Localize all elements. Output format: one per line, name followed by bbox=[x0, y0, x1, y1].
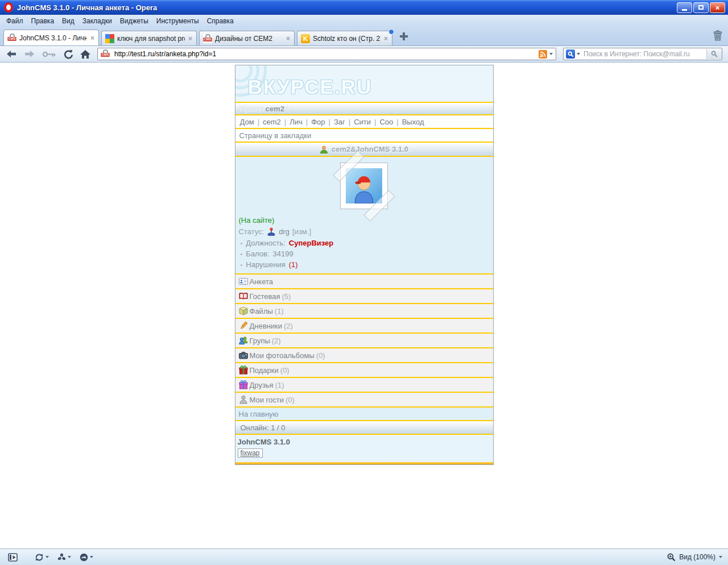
profile-menu-item-gifts[interactable]: Подарки (0) bbox=[235, 363, 493, 378]
menu-help[interactable]: Справка bbox=[203, 16, 238, 26]
sync-button[interactable] bbox=[32, 552, 51, 563]
window-title: JohnCMS 3.1.0 - Личная анкета - Opera bbox=[17, 3, 677, 12]
turbo-button[interactable] bbox=[77, 552, 96, 563]
tab-close-icon[interactable]: × bbox=[90, 34, 95, 42]
panels-toggle-button[interactable] bbox=[6, 552, 20, 563]
close-icon: × bbox=[715, 4, 720, 11]
tab-cem2-designs[interactable]: CMS Дизайны от CEM2 × bbox=[199, 31, 295, 45]
forward-button[interactable] bbox=[24, 50, 35, 58]
profile-menu-item-files[interactable]: Файлы(1) bbox=[235, 304, 493, 319]
status-value[interactable]: drg bbox=[279, 227, 289, 236]
avatar bbox=[340, 163, 388, 209]
tab-close-icon[interactable]: × bbox=[188, 35, 193, 43]
profile-menu-item-guestbook[interactable]: Гостевая (5) bbox=[235, 289, 493, 304]
greeting-text: Привет bbox=[239, 105, 264, 113]
menu-edit[interactable]: Правка bbox=[27, 16, 59, 26]
menu-bar: Файл Правка Вид Закладки Виджеты Инструм… bbox=[0, 15, 728, 27]
search-submit-button[interactable] bbox=[706, 49, 722, 59]
profile-menu-item-diaries[interactable]: Дневники (2) bbox=[235, 319, 493, 334]
new-tab-button[interactable] bbox=[398, 31, 410, 42]
greeting-bar: Привет cem2 ! bbox=[235, 103, 493, 114]
menu-view[interactable]: Вид bbox=[58, 16, 78, 26]
search-engine-icon bbox=[566, 49, 575, 59]
tab-close-icon[interactable]: × bbox=[383, 35, 388, 43]
position-value: СуперВизер bbox=[289, 239, 333, 247]
profile-info-section: (На сайте) Статус: drg [изм.] Должность:… bbox=[235, 157, 493, 273]
sync-caret-icon bbox=[46, 556, 49, 558]
url-field[interactable]: CMS bbox=[97, 48, 556, 60]
closed-tabs-trash-button[interactable] bbox=[711, 29, 725, 44]
k-favicon: K bbox=[301, 34, 310, 43]
menu-tools[interactable]: Инструменты bbox=[152, 16, 203, 26]
friends-gift-icon bbox=[239, 380, 248, 389]
tab-label: Schtolz кто он (Стр. 2)... bbox=[313, 35, 380, 43]
detail-violations[interactable]: Нарушения (1) bbox=[235, 259, 493, 270]
maximize-icon bbox=[698, 5, 704, 10]
nav-link-home[interactable]: Дом bbox=[238, 118, 257, 126]
cms-favicon: CMS bbox=[203, 34, 212, 43]
unite-caret-icon bbox=[68, 556, 71, 558]
zoom-control[interactable]: Вид (100%) bbox=[667, 553, 722, 562]
rewind-button[interactable] bbox=[42, 51, 56, 58]
tab-label: Дизайны от CEM2 bbox=[215, 35, 283, 43]
menu-file[interactable]: Файл bbox=[2, 16, 27, 26]
reload-button[interactable] bbox=[63, 49, 73, 59]
nav-link-soo[interactable]: Соо bbox=[377, 118, 395, 126]
points-value: 34199 bbox=[273, 250, 293, 258]
nav-link-zag[interactable]: Заг bbox=[332, 118, 348, 126]
status-edit-link[interactable]: [изм.] bbox=[292, 227, 311, 236]
profile-menu-item-groups[interactable]: Групы (2) bbox=[235, 334, 493, 348]
bookmark-link[interactable]: Страницу в закладки bbox=[235, 129, 493, 142]
search-engine-caret-icon bbox=[577, 53, 580, 55]
nav-link-forum[interactable]: Фор bbox=[309, 118, 327, 126]
tab-label: ключ для snapshot pro... bbox=[117, 35, 185, 43]
detail-position: Должность: СуперВизер bbox=[235, 238, 493, 248]
search-engine-button[interactable] bbox=[564, 49, 582, 59]
nav-link-profile[interactable]: cem2 bbox=[260, 118, 283, 126]
profile-menu-item-guests[interactable]: Мои гости (0) bbox=[235, 393, 493, 408]
home-link[interactable]: На главную bbox=[235, 408, 493, 420]
page-viewport: ВКУРСЕ.RU Привет cem2 ! Дом| cem2| Лич| … bbox=[0, 63, 728, 549]
profile-header: cem2&JohnCMS 3.1.0 bbox=[235, 143, 493, 156]
zoom-magnifier-icon bbox=[667, 553, 676, 562]
guest-icon bbox=[239, 395, 248, 404]
user-icon bbox=[320, 146, 328, 153]
maximize-button[interactable] bbox=[693, 2, 709, 13]
zoom-caret-icon bbox=[719, 556, 722, 558]
detail-points: Балов: 34199 bbox=[235, 248, 493, 259]
menu-widgets[interactable]: Виджеты bbox=[116, 16, 152, 26]
tab-close-icon[interactable]: × bbox=[286, 35, 291, 43]
zoom-label: Вид (100%) bbox=[679, 553, 715, 561]
profile-menu-item-photoalbums[interactable]: Мои фотоальбомы (0) bbox=[235, 348, 493, 363]
search-field[interactable] bbox=[563, 48, 722, 60]
key-icon bbox=[42, 51, 56, 58]
sync-icon bbox=[35, 553, 44, 562]
google-favicon bbox=[105, 34, 114, 43]
tab-johncms-profile[interactable]: CMS JohnCMS 3.1.0 - Лична... × bbox=[3, 30, 99, 45]
search-input[interactable] bbox=[582, 49, 706, 59]
greeting-username: cem2 bbox=[264, 105, 286, 113]
nav-link-lich[interactable]: Лич bbox=[287, 118, 305, 126]
reload-icon bbox=[63, 49, 73, 59]
profile-menu-item-friends[interactable]: Друзья (1) bbox=[235, 378, 493, 393]
opera-window: JohnCMS 3.1.0 - Личная анкета - Opera × … bbox=[0, 0, 728, 565]
back-button[interactable] bbox=[6, 50, 17, 58]
tab-schtolz[interactable]: K Schtolz кто он (Стр. 2)... × bbox=[297, 31, 392, 45]
rss-icon bbox=[539, 50, 547, 59]
vcard-icon bbox=[239, 277, 248, 286]
profile-menu-item-anketa[interactable]: Анкета bbox=[235, 275, 493, 289]
tab-snapshot-key[interactable]: ключ для snapshot pro... × bbox=[101, 31, 197, 45]
rss-button[interactable] bbox=[536, 50, 553, 59]
url-input[interactable] bbox=[113, 49, 533, 59]
files-icon bbox=[239, 306, 248, 315]
home-button[interactable] bbox=[80, 50, 90, 59]
nav-link-city[interactable]: Сити bbox=[351, 118, 373, 126]
nav-link-exit[interactable]: Выход bbox=[400, 118, 427, 126]
close-button[interactable]: × bbox=[710, 2, 725, 13]
minimize-button[interactable] bbox=[677, 2, 692, 13]
unite-fan-icon bbox=[57, 553, 66, 562]
menu-bookmarks[interactable]: Закладки bbox=[78, 16, 116, 26]
unite-button[interactable] bbox=[55, 552, 73, 563]
online-counter: Онлайн: 1 / 0 bbox=[235, 421, 493, 434]
counter-link[interactable]: fixwap bbox=[238, 448, 263, 458]
